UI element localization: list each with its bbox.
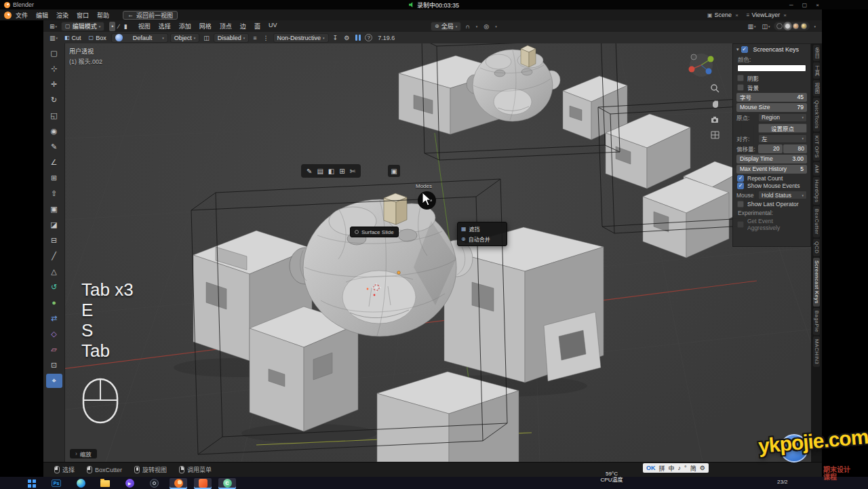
help-button[interactable]: ? (365, 34, 372, 41)
knife-tool[interactable]: ╱ (46, 249, 62, 263)
shading-material-button[interactable] (793, 23, 799, 29)
tab-tool[interactable]: 工具 (813, 62, 820, 79)
mode-dropdown[interactable]: ▢ 编辑模式▾ (61, 22, 104, 31)
extrude-tool[interactable]: ⇧ (46, 187, 62, 201)
start-button[interactable] (23, 478, 41, 489)
menubar-item[interactable]: 编辑 (32, 11, 52, 20)
tab-bagapie[interactable]: BagaPie (813, 308, 820, 335)
transform-tool[interactable]: ◉ (46, 124, 62, 138)
settings-gear-button[interactable]: ⚙ (342, 33, 351, 43)
tab-am[interactable]: AM (813, 162, 820, 176)
display-time-slider[interactable]: Display Time3.00 (736, 155, 807, 163)
obs-studio[interactable] (145, 478, 163, 489)
scale-tool[interactable]: ◱ (46, 109, 62, 123)
shading-wireframe-button[interactable] (776, 23, 783, 29)
set-origin-button[interactable]: 设置原点 (758, 123, 807, 133)
font-size-slider[interactable]: 字号45 (736, 93, 807, 102)
tab-screencast-keys[interactable]: Screencast Keys (813, 258, 820, 307)
menubar-item[interactable]: 渲染 (52, 11, 73, 20)
media-player[interactable]: ▶ (121, 478, 138, 489)
last-operator-panel[interactable]: › 缩放 (70, 449, 97, 458)
shear-tool[interactable]: ▱ (46, 343, 62, 357)
pan-hand-icon[interactable] (709, 98, 720, 109)
auto-merge-menu-item[interactable]: ⊕ 自动合并 (459, 234, 505, 244)
close-button[interactable]: × (816, 2, 819, 8)
show-overlays-button[interactable]: ◫▾ (760, 22, 772, 31)
edge-slide-tool[interactable]: ⇄ (46, 311, 62, 326)
helper-grid-icon[interactable]: ▤ (317, 168, 323, 175)
helper-pen-icon[interactable]: ✎ (307, 168, 312, 175)
shadow-checkbox[interactable]: 阴影 (737, 74, 806, 82)
bevel-tool[interactable]: ◪ (46, 218, 62, 232)
tab-qcd[interactable]: QCD (813, 239, 820, 256)
ime-segment[interactable]: 中 (669, 464, 675, 473)
proportional-edit-button[interactable]: ◎ (481, 22, 491, 31)
tool-settings-icon-button[interactable]: ▥▾ (47, 33, 60, 43)
tab-machin3[interactable]: MACHIN3 (813, 336, 820, 367)
ime-segment[interactable]: OK (646, 465, 656, 471)
viewlayer-unlink-icon[interactable]: × (783, 12, 787, 18)
snap-dropdown[interactable]: ▾ (474, 22, 480, 31)
tab-quicktools[interactable]: QuickTools (813, 98, 820, 132)
menubar-item[interactable]: 帮助 (93, 11, 113, 20)
zoom-icon[interactable] (709, 83, 720, 94)
ime-segment[interactable]: ⚙ (700, 465, 705, 471)
shading-rendered-button[interactable] (801, 23, 807, 29)
viewport-menu-item[interactable]: 视图 (134, 22, 155, 31)
sort-button[interactable]: ≡ (251, 33, 258, 43)
cinema4d[interactable]: C (218, 478, 236, 489)
occlude-menu-item[interactable]: ▦ 遮挡 (459, 224, 505, 234)
spin-tool[interactable]: ↺ (46, 280, 62, 294)
boolean-mode-dropdown[interactable]: Non-Destructive▾ (273, 33, 329, 43)
maximize-button[interactable]: ▢ (802, 2, 808, 8)
show-gizmo-button[interactable]: ▥▾ (745, 22, 757, 31)
offset-y-field[interactable]: 80 (783, 144, 808, 153)
offset-x-field[interactable]: 20 (758, 144, 783, 153)
navigation-gizmo[interactable] (685, 49, 717, 81)
edge-select-button[interactable]: ∕ (116, 22, 121, 31)
minimize-button[interactable]: ─ (789, 2, 793, 8)
face-select-button[interactable]: ▮ (122, 22, 130, 31)
brush-preset-dropdown[interactable]: Default▾ (111, 33, 168, 43)
add-cube-tool[interactable]: ⊞ (46, 171, 62, 185)
photoshop[interactable]: Ps (47, 478, 65, 489)
mouse-size-slider[interactable]: Mouse Size79 (736, 103, 807, 112)
shading-solid-button[interactable] (785, 23, 791, 29)
poly-build-tool[interactable]: △ (46, 265, 62, 279)
mirror-button[interactable]: ◫ (201, 33, 212, 43)
file-explorer[interactable] (96, 478, 114, 489)
tab-item[interactable]: 条目 (813, 45, 820, 61)
mouse-status-dropdown[interactable]: Hold Status▾ (758, 191, 807, 199)
tab-view[interactable]: 视图 (813, 80, 820, 96)
back-previous-view-button[interactable]: ← 返回前一视图 (123, 11, 178, 20)
measure-tool[interactable]: ∠ (46, 155, 62, 170)
repeat-count-checkbox[interactable]: ✓Repeat Count (737, 175, 806, 182)
shading-dropdown[interactable]: ▾ (812, 22, 818, 31)
viewport-menu-item[interactable]: 顶点 (216, 22, 236, 31)
scene-selector[interactable]: ▣ Scene × (707, 12, 738, 18)
background-checkbox[interactable]: 背景 (737, 83, 806, 92)
viewport-menu-item[interactable]: 面 (250, 22, 264, 31)
viewport-menu-item[interactable]: UV (264, 22, 281, 31)
disabled-dropdown[interactable]: Disabled▾ (214, 33, 250, 43)
edge-browser[interactable] (72, 478, 90, 489)
ime-bar[interactable]: OK拼中♪°简⚙ (643, 463, 709, 473)
more-options-button[interactable]: ⋮ (261, 33, 271, 43)
scene-unlink-icon[interactable]: × (735, 12, 738, 18)
max-event-history-slider[interactable]: Max Event History5 (736, 165, 807, 174)
show-last-operator-checkbox[interactable]: Show Last Operator (737, 201, 806, 208)
helper-plus-icon[interactable]: ⊞ (339, 168, 344, 175)
tab-kit-ops[interactable]: KIT OPS (813, 133, 820, 161)
show-mouse-events-checkbox[interactable]: ✓Show Mouse Events (737, 182, 806, 189)
camera-view-icon[interactable] (709, 114, 720, 125)
annotate-tool[interactable]: ✎ (46, 140, 62, 154)
vertex-select-button[interactable]: • (109, 22, 115, 31)
snap-magnet-button[interactable]: ∩ (463, 22, 471, 31)
ime-segment[interactable]: ♪ (678, 465, 682, 471)
helper-cut-icon[interactable]: ✄ (350, 168, 355, 175)
inset-faces-tool[interactable]: ▣ (46, 202, 62, 216)
viewport-menu-item[interactable]: 选择 (155, 22, 175, 31)
cursor-tool[interactable]: ⊹ (46, 62, 62, 76)
ime-segment[interactable]: 拼 (659, 464, 665, 473)
loop-cut-tool[interactable]: ⊟ (46, 233, 62, 248)
